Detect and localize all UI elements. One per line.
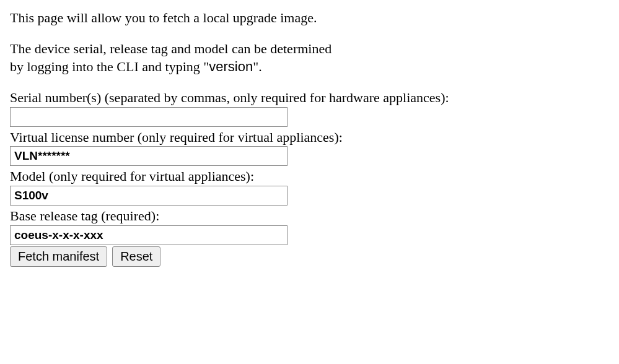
- release-label: Base release tag (required):: [10, 207, 609, 225]
- fetch-manifest-button[interactable]: Fetch manifest: [10, 246, 107, 267]
- hint-line2-post: ".: [253, 59, 261, 74]
- release-input[interactable]: [10, 225, 288, 245]
- hint-line1: The device serial, release tag and model…: [10, 41, 331, 56]
- intro-text: This page will allow you to fetch a loca…: [10, 9, 609, 27]
- serial-input[interactable]: [10, 107, 288, 127]
- model-label: Model (only required for virtual applian…: [10, 167, 609, 186]
- vln-label: Virtual license number (only required fo…: [10, 128, 609, 147]
- button-row: Fetch manifest Reset: [10, 246, 609, 267]
- model-input[interactable]: [10, 186, 288, 206]
- cli-command-text: version: [209, 59, 253, 74]
- hint-text: The device serial, release tag and model…: [10, 40, 609, 76]
- hint-line2-pre: by logging into the CLI and typing ": [10, 59, 209, 74]
- vln-input[interactable]: [10, 146, 288, 166]
- reset-button[interactable]: Reset: [112, 246, 160, 267]
- serial-label: Serial number(s) (separated by commas, o…: [10, 89, 609, 107]
